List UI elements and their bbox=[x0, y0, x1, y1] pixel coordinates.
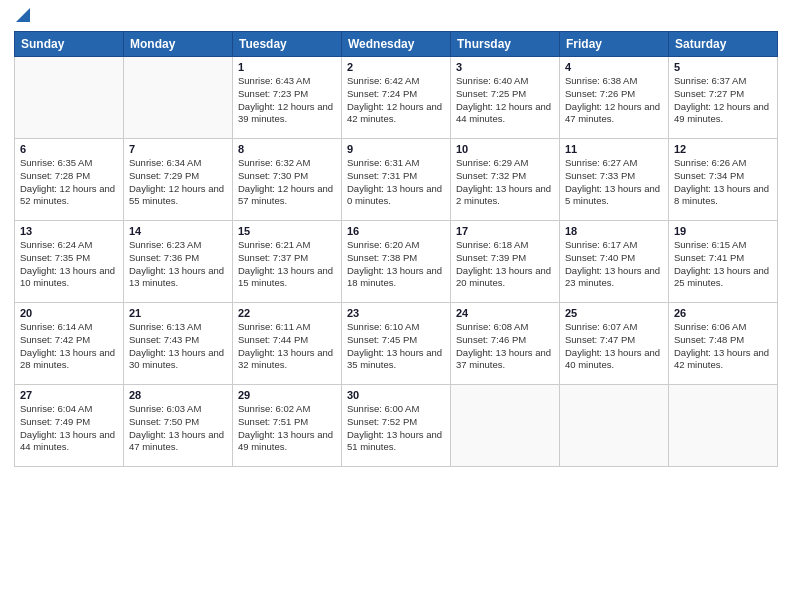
calendar-cell: 15Sunrise: 6:21 AM Sunset: 7:37 PM Dayli… bbox=[233, 221, 342, 303]
calendar-cell: 29Sunrise: 6:02 AM Sunset: 7:51 PM Dayli… bbox=[233, 385, 342, 467]
calendar-cell: 24Sunrise: 6:08 AM Sunset: 7:46 PM Dayli… bbox=[451, 303, 560, 385]
day-info: Sunrise: 6:07 AM Sunset: 7:47 PM Dayligh… bbox=[565, 321, 663, 372]
day-number: 27 bbox=[20, 389, 118, 401]
day-number: 24 bbox=[456, 307, 554, 319]
calendar-cell: 26Sunrise: 6:06 AM Sunset: 7:48 PM Dayli… bbox=[669, 303, 778, 385]
calendar-week-3: 13Sunrise: 6:24 AM Sunset: 7:35 PM Dayli… bbox=[15, 221, 778, 303]
day-info: Sunrise: 6:42 AM Sunset: 7:24 PM Dayligh… bbox=[347, 75, 445, 126]
day-info: Sunrise: 6:34 AM Sunset: 7:29 PM Dayligh… bbox=[129, 157, 227, 208]
day-number: 29 bbox=[238, 389, 336, 401]
day-number: 28 bbox=[129, 389, 227, 401]
calendar-cell: 4Sunrise: 6:38 AM Sunset: 7:26 PM Daylig… bbox=[560, 57, 669, 139]
calendar-cell: 23Sunrise: 6:10 AM Sunset: 7:45 PM Dayli… bbox=[342, 303, 451, 385]
calendar-cell: 25Sunrise: 6:07 AM Sunset: 7:47 PM Dayli… bbox=[560, 303, 669, 385]
calendar-cell: 2Sunrise: 6:42 AM Sunset: 7:24 PM Daylig… bbox=[342, 57, 451, 139]
day-info: Sunrise: 6:43 AM Sunset: 7:23 PM Dayligh… bbox=[238, 75, 336, 126]
calendar-header-row: SundayMondayTuesdayWednesdayThursdayFrid… bbox=[15, 32, 778, 57]
day-info: Sunrise: 6:10 AM Sunset: 7:45 PM Dayligh… bbox=[347, 321, 445, 372]
header bbox=[14, 10, 778, 25]
day-info: Sunrise: 6:35 AM Sunset: 7:28 PM Dayligh… bbox=[20, 157, 118, 208]
day-info: Sunrise: 6:27 AM Sunset: 7:33 PM Dayligh… bbox=[565, 157, 663, 208]
day-info: Sunrise: 6:38 AM Sunset: 7:26 PM Dayligh… bbox=[565, 75, 663, 126]
day-number: 30 bbox=[347, 389, 445, 401]
day-info: Sunrise: 6:13 AM Sunset: 7:43 PM Dayligh… bbox=[129, 321, 227, 372]
page-container: SundayMondayTuesdayWednesdayThursdayFrid… bbox=[0, 0, 792, 612]
day-info: Sunrise: 6:17 AM Sunset: 7:40 PM Dayligh… bbox=[565, 239, 663, 290]
day-number: 8 bbox=[238, 143, 336, 155]
calendar-cell: 10Sunrise: 6:29 AM Sunset: 7:32 PM Dayli… bbox=[451, 139, 560, 221]
day-number: 13 bbox=[20, 225, 118, 237]
calendar-cell: 3Sunrise: 6:40 AM Sunset: 7:25 PM Daylig… bbox=[451, 57, 560, 139]
day-number: 21 bbox=[129, 307, 227, 319]
calendar-table: SundayMondayTuesdayWednesdayThursdayFrid… bbox=[14, 31, 778, 467]
calendar-cell: 16Sunrise: 6:20 AM Sunset: 7:38 PM Dayli… bbox=[342, 221, 451, 303]
calendar-cell: 9Sunrise: 6:31 AM Sunset: 7:31 PM Daylig… bbox=[342, 139, 451, 221]
day-number: 5 bbox=[674, 61, 772, 73]
day-number: 19 bbox=[674, 225, 772, 237]
calendar-cell bbox=[560, 385, 669, 467]
day-number: 2 bbox=[347, 61, 445, 73]
day-number: 1 bbox=[238, 61, 336, 73]
day-number: 15 bbox=[238, 225, 336, 237]
calendar-cell: 12Sunrise: 6:26 AM Sunset: 7:34 PM Dayli… bbox=[669, 139, 778, 221]
weekday-header-monday: Monday bbox=[124, 32, 233, 57]
day-info: Sunrise: 6:21 AM Sunset: 7:37 PM Dayligh… bbox=[238, 239, 336, 290]
weekday-header-saturday: Saturday bbox=[669, 32, 778, 57]
day-info: Sunrise: 6:37 AM Sunset: 7:27 PM Dayligh… bbox=[674, 75, 772, 126]
calendar-cell: 18Sunrise: 6:17 AM Sunset: 7:40 PM Dayli… bbox=[560, 221, 669, 303]
day-info: Sunrise: 6:32 AM Sunset: 7:30 PM Dayligh… bbox=[238, 157, 336, 208]
logo-triangle-icon bbox=[16, 8, 30, 25]
day-number: 12 bbox=[674, 143, 772, 155]
calendar-week-2: 6Sunrise: 6:35 AM Sunset: 7:28 PM Daylig… bbox=[15, 139, 778, 221]
calendar-cell: 5Sunrise: 6:37 AM Sunset: 7:27 PM Daylig… bbox=[669, 57, 778, 139]
day-info: Sunrise: 6:14 AM Sunset: 7:42 PM Dayligh… bbox=[20, 321, 118, 372]
day-number: 20 bbox=[20, 307, 118, 319]
day-info: Sunrise: 6:04 AM Sunset: 7:49 PM Dayligh… bbox=[20, 403, 118, 454]
day-info: Sunrise: 6:18 AM Sunset: 7:39 PM Dayligh… bbox=[456, 239, 554, 290]
day-info: Sunrise: 6:08 AM Sunset: 7:46 PM Dayligh… bbox=[456, 321, 554, 372]
weekday-header-tuesday: Tuesday bbox=[233, 32, 342, 57]
calendar-cell: 6Sunrise: 6:35 AM Sunset: 7:28 PM Daylig… bbox=[15, 139, 124, 221]
weekday-header-friday: Friday bbox=[560, 32, 669, 57]
day-info: Sunrise: 6:06 AM Sunset: 7:48 PM Dayligh… bbox=[674, 321, 772, 372]
day-info: Sunrise: 6:24 AM Sunset: 7:35 PM Dayligh… bbox=[20, 239, 118, 290]
day-number: 10 bbox=[456, 143, 554, 155]
day-number: 17 bbox=[456, 225, 554, 237]
calendar-cell bbox=[451, 385, 560, 467]
day-number: 4 bbox=[565, 61, 663, 73]
calendar-week-5: 27Sunrise: 6:04 AM Sunset: 7:49 PM Dayli… bbox=[15, 385, 778, 467]
day-info: Sunrise: 6:00 AM Sunset: 7:52 PM Dayligh… bbox=[347, 403, 445, 454]
calendar-cell bbox=[669, 385, 778, 467]
calendar-cell: 20Sunrise: 6:14 AM Sunset: 7:42 PM Dayli… bbox=[15, 303, 124, 385]
day-number: 25 bbox=[565, 307, 663, 319]
day-info: Sunrise: 6:15 AM Sunset: 7:41 PM Dayligh… bbox=[674, 239, 772, 290]
day-number: 14 bbox=[129, 225, 227, 237]
day-info: Sunrise: 6:26 AM Sunset: 7:34 PM Dayligh… bbox=[674, 157, 772, 208]
weekday-header-wednesday: Wednesday bbox=[342, 32, 451, 57]
day-number: 11 bbox=[565, 143, 663, 155]
calendar-cell: 1Sunrise: 6:43 AM Sunset: 7:23 PM Daylig… bbox=[233, 57, 342, 139]
calendar-cell: 28Sunrise: 6:03 AM Sunset: 7:50 PM Dayli… bbox=[124, 385, 233, 467]
day-info: Sunrise: 6:02 AM Sunset: 7:51 PM Dayligh… bbox=[238, 403, 336, 454]
calendar-cell bbox=[15, 57, 124, 139]
calendar-cell: 7Sunrise: 6:34 AM Sunset: 7:29 PM Daylig… bbox=[124, 139, 233, 221]
calendar-cell: 27Sunrise: 6:04 AM Sunset: 7:49 PM Dayli… bbox=[15, 385, 124, 467]
day-info: Sunrise: 6:11 AM Sunset: 7:44 PM Dayligh… bbox=[238, 321, 336, 372]
calendar-cell: 17Sunrise: 6:18 AM Sunset: 7:39 PM Dayli… bbox=[451, 221, 560, 303]
calendar-cell: 30Sunrise: 6:00 AM Sunset: 7:52 PM Dayli… bbox=[342, 385, 451, 467]
calendar-cell: 11Sunrise: 6:27 AM Sunset: 7:33 PM Dayli… bbox=[560, 139, 669, 221]
day-number: 18 bbox=[565, 225, 663, 237]
calendar-cell: 13Sunrise: 6:24 AM Sunset: 7:35 PM Dayli… bbox=[15, 221, 124, 303]
day-number: 23 bbox=[347, 307, 445, 319]
day-info: Sunrise: 6:03 AM Sunset: 7:50 PM Dayligh… bbox=[129, 403, 227, 454]
day-info: Sunrise: 6:23 AM Sunset: 7:36 PM Dayligh… bbox=[129, 239, 227, 290]
day-info: Sunrise: 6:20 AM Sunset: 7:38 PM Dayligh… bbox=[347, 239, 445, 290]
svg-marker-0 bbox=[16, 8, 30, 22]
weekday-header-thursday: Thursday bbox=[451, 32, 560, 57]
day-number: 7 bbox=[129, 143, 227, 155]
calendar-cell: 19Sunrise: 6:15 AM Sunset: 7:41 PM Dayli… bbox=[669, 221, 778, 303]
day-number: 6 bbox=[20, 143, 118, 155]
day-number: 9 bbox=[347, 143, 445, 155]
calendar-week-1: 1Sunrise: 6:43 AM Sunset: 7:23 PM Daylig… bbox=[15, 57, 778, 139]
day-info: Sunrise: 6:29 AM Sunset: 7:32 PM Dayligh… bbox=[456, 157, 554, 208]
